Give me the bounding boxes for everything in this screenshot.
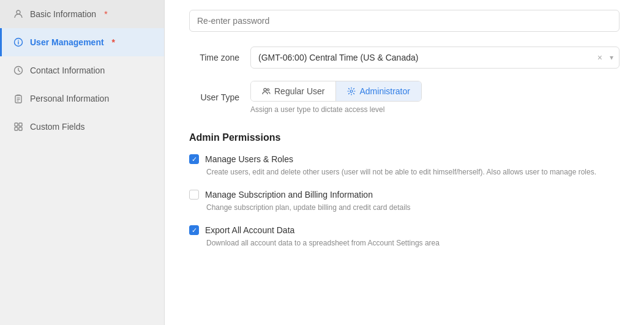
administrator-label: Administrator xyxy=(359,86,410,96)
checkbox-manage-users-roles[interactable] xyxy=(189,154,199,164)
permission-item-export-data: Export All Account Data Download all acc… xyxy=(189,225,620,248)
sidebar-item-label-custom-fields: Custom Fields xyxy=(30,122,84,132)
usertype-button-group: Regular User Administrator xyxy=(250,81,422,102)
permission-header-manage-users-roles: Manage Users & Roles xyxy=(189,154,620,164)
svg-rect-10 xyxy=(19,123,22,126)
permission-label-manage-subscription: Manage Subscription and Billing Informat… xyxy=(205,190,373,200)
sidebar-item-label-user-management: User Management xyxy=(30,37,104,47)
sidebar-item-label-basic-information: Basic Information xyxy=(30,9,96,19)
checkbox-export-data[interactable] xyxy=(189,225,199,235)
required-indicator-user-management: * xyxy=(112,37,115,47)
permission-label-manage-users-roles: Manage Users & Roles xyxy=(205,154,293,164)
regular-user-button[interactable]: Regular User xyxy=(251,81,336,101)
permission-desc-manage-users-roles: Create users, edit and delete other user… xyxy=(206,166,620,177)
timezone-clear-icon[interactable]: × xyxy=(597,53,602,62)
grid-icon xyxy=(13,121,24,132)
svg-point-14 xyxy=(267,89,269,91)
main-content: Time zone (GMT-06:00) Central Time (US &… xyxy=(165,0,644,325)
svg-point-13 xyxy=(264,88,266,91)
svg-rect-11 xyxy=(15,127,18,130)
sidebar-item-label-personal-information: Personal Information xyxy=(30,94,109,103)
admin-permissions-title: Admin Permissions xyxy=(189,132,620,143)
person-icon xyxy=(13,9,24,20)
timezone-select-wrapper: (GMT-06:00) Central Time (US & Canada) ×… xyxy=(250,47,620,69)
usertype-control: Regular User Administrator Assign a user… xyxy=(250,81,620,114)
permission-label-export-data: Export All Account Data xyxy=(205,225,294,235)
svg-rect-12 xyxy=(19,127,22,130)
administrator-button[interactable]: Administrator xyxy=(336,81,421,101)
permission-desc-export-data: Download all account data to a spreadshe… xyxy=(206,237,620,248)
info-circle-icon xyxy=(13,37,24,48)
sidebar-item-contact-information[interactable]: Contact Information xyxy=(0,56,164,84)
sidebar-item-label-contact-information: Contact Information xyxy=(30,65,105,75)
permission-item-manage-subscription: Manage Subscription and Billing Informat… xyxy=(189,190,620,213)
svg-rect-9 xyxy=(15,123,18,126)
permission-header-export-data: Export All Account Data xyxy=(189,225,620,235)
sidebar-item-user-management[interactable]: User Management * xyxy=(0,28,164,56)
usertype-label: User Type xyxy=(189,92,250,102)
permission-desc-manage-subscription: Change subscription plan, update billing… xyxy=(206,202,620,213)
svg-point-0 xyxy=(17,10,20,14)
clock-icon xyxy=(13,65,24,76)
timezone-label: Time zone xyxy=(189,53,250,62)
gear-icon xyxy=(347,87,356,95)
timezone-select[interactable]: (GMT-06:00) Central Time (US & Canada) xyxy=(250,47,620,69)
checkbox-manage-subscription[interactable] xyxy=(189,190,199,200)
sidebar: Basic Information * User Management * Co… xyxy=(0,0,165,325)
usertype-hint: Assign a user type to dictate access lev… xyxy=(250,105,620,114)
reenter-password-container xyxy=(189,0,620,32)
sidebar-item-basic-information[interactable]: Basic Information * xyxy=(0,0,164,28)
person-group-icon xyxy=(262,87,271,95)
usertype-row: User Type Regular User xyxy=(189,81,620,114)
timezone-row: Time zone (GMT-06:00) Central Time (US &… xyxy=(189,47,620,69)
permission-header-manage-subscription: Manage Subscription and Billing Informat… xyxy=(189,190,620,200)
sidebar-item-personal-information[interactable]: Personal Information xyxy=(0,84,164,113)
svg-point-15 xyxy=(350,90,353,92)
clipboard-icon xyxy=(13,93,24,104)
svg-point-3 xyxy=(18,40,19,41)
required-indicator-basic: * xyxy=(104,9,107,19)
reenter-password-input[interactable] xyxy=(189,10,620,32)
sidebar-item-custom-fields[interactable]: Custom Fields xyxy=(0,113,164,141)
regular-user-label: Regular User xyxy=(274,86,324,96)
permission-item-manage-users-roles: Manage Users & Roles Create users, edit … xyxy=(189,154,620,177)
